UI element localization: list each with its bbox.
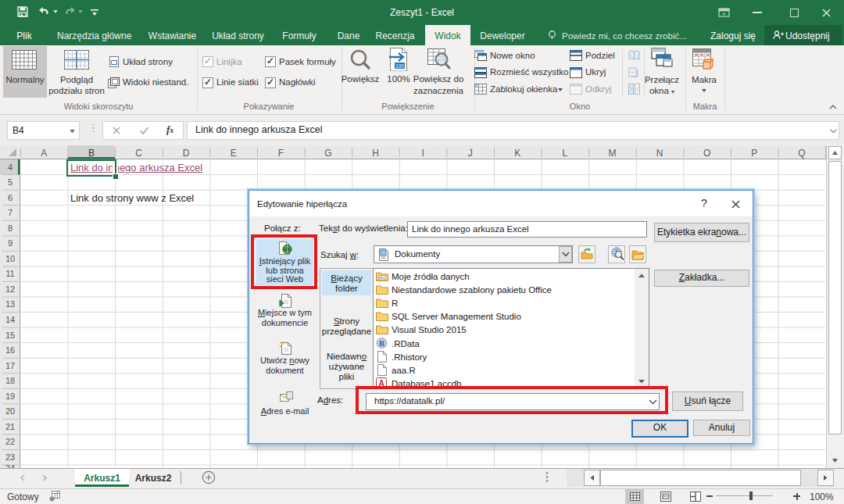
svg-text:N: N [656,148,663,159]
svg-text:6: 6 [8,193,13,202]
svg-text:14: 14 [5,315,15,324]
svg-text:D: D [183,148,190,159]
svg-text:O: O [703,148,710,159]
svg-text:20: 20 [5,406,15,416]
svg-text:4: 4 [8,163,13,172]
svg-text:Q: Q [798,148,805,159]
svg-text:17: 17 [5,361,15,370]
svg-text:B: B [88,148,95,159]
svg-text:L: L [563,148,568,159]
svg-text:24: 24 [5,463,15,469]
svg-text:M: M [609,148,617,159]
svg-text:10: 10 [5,254,15,263]
svg-text:22: 22 [5,437,15,446]
svg-text:A: A [41,148,47,159]
svg-text:21: 21 [5,422,15,431]
svg-text:R: R [379,339,385,348]
svg-text:12: 12 [5,284,15,294]
svg-text:100: 100 [395,63,404,69]
svg-text:19: 19 [5,391,15,401]
svg-text:13: 13 [5,299,15,309]
svg-text:P: P [751,148,757,159]
svg-text:16: 16 [5,345,15,355]
svg-text:9: 9 [8,238,13,248]
svg-text:F: F [278,148,284,159]
svg-text:I: I [421,148,424,159]
svg-text:23: 23 [5,452,15,462]
svg-text:H: H [372,148,379,159]
svg-text:E: E [231,148,237,159]
svg-text:7: 7 [8,208,13,217]
svg-text:8: 8 [8,223,13,233]
svg-text:15: 15 [5,331,15,340]
svg-text:C: C [135,148,142,159]
svg-text:J: J [468,148,473,159]
svg-text:11: 11 [5,269,14,278]
svg-text:18: 18 [5,376,15,385]
svg-text:K: K [514,148,520,159]
svg-text:G: G [324,148,331,159]
svg-text:5: 5 [8,177,13,187]
